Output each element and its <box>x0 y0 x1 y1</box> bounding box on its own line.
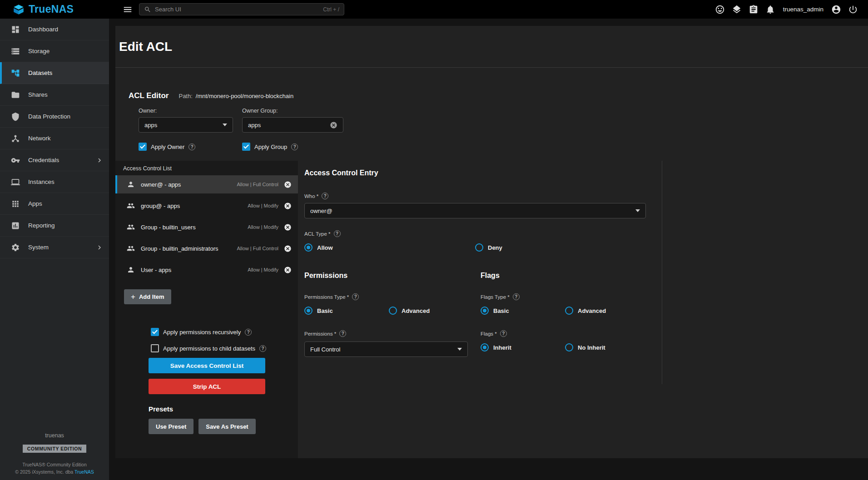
use-preset-button[interactable]: Use Preset <box>149 419 193 434</box>
flags-section: Flags Flags Type * ? Basic <box>480 272 606 357</box>
radio-inherit[interactable]: Inherit <box>481 343 565 351</box>
acl-entry-row[interactable]: owner@ - apps Allow | Full Control <box>115 175 298 193</box>
footer-copyright: © 2025 iXsystems, Inc. dba TrueNAS <box>0 469 109 475</box>
user-menu-button[interactable] <box>831 5 841 15</box>
edit-acl-card: Edit ACL ACL Editor Path: /mnt/monero-po… <box>115 26 868 458</box>
owner-group-field: Owner Group: apps <box>242 108 343 133</box>
who-label-text: Who * <box>304 193 318 199</box>
who-select[interactable]: owner@ <box>304 203 646 218</box>
account-circle-icon <box>831 5 841 15</box>
help-icon[interactable]: ? <box>500 330 507 337</box>
apply-group-checkbox[interactable]: Apply Group ? <box>242 143 298 151</box>
hostname: truenas <box>0 432 109 439</box>
radio-flags-basic[interactable]: Basic <box>481 307 565 315</box>
recursive-checkbox[interactable]: Apply permissions recursively ? <box>151 328 252 336</box>
path-value: /mnt/monero-pool/monero-blockchain <box>196 93 293 99</box>
search-box[interactable]: Ctrl + / <box>139 3 344 15</box>
apply-owner-checkbox[interactable]: Apply Owner ? <box>139 143 242 151</box>
sidebar-item-label: Credentials <box>28 157 59 163</box>
remove-entry-button[interactable] <box>284 202 292 210</box>
sidebar-item-data-protection[interactable]: Data Protection <box>0 106 109 128</box>
radio-permissions-basic[interactable]: Basic <box>304 307 389 315</box>
sidebar-item-network[interactable]: Network <box>0 128 109 149</box>
radio-allow[interactable]: Allow <box>304 243 475 252</box>
remove-entry-button[interactable] <box>284 266 292 274</box>
search-shortcut: Ctrl + / <box>323 6 339 13</box>
power-button[interactable] <box>848 5 858 15</box>
radio-label: Deny <box>488 244 502 251</box>
sidebar-item-reporting[interactable]: Reporting <box>0 215 109 237</box>
path-label: Path: <box>179 93 192 99</box>
radio-no-inherit[interactable]: No Inherit <box>565 343 605 351</box>
owner-value: apps <box>144 122 157 129</box>
sidebar-item-datasets[interactable]: Datasets <box>0 62 109 84</box>
help-icon[interactable]: ? <box>352 293 359 300</box>
owner-row: Owner: apps Owner Group: apps <box>139 108 343 133</box>
acl-entry-row[interactable]: group@ - apps Allow | Modify <box>115 197 298 215</box>
radio-deny[interactable]: Deny <box>475 243 502 252</box>
radio-label: No Inherit <box>578 344 605 351</box>
permissions-section-title: Permissions <box>304 272 347 280</box>
remove-entry-button[interactable] <box>284 223 292 231</box>
help-icon[interactable]: ? <box>513 293 520 300</box>
save-as-preset-button[interactable]: Save As Preset <box>198 419 255 434</box>
feedback-button[interactable] <box>715 5 725 15</box>
help-icon[interactable]: ? <box>188 144 195 150</box>
chevron-down-icon <box>223 124 227 126</box>
apply-row: Apply Owner ? Apply Group ? <box>139 143 298 151</box>
truenas-link[interactable]: TrueNAS <box>74 469 94 475</box>
acl-entry-row[interactable]: Group - builtin_administrators Allow | F… <box>115 239 298 257</box>
remove-entry-button[interactable] <box>284 181 292 188</box>
acl-entry-row[interactable]: Group - builtin_users Allow | Modify <box>115 218 298 236</box>
help-icon[interactable]: ? <box>245 329 252 336</box>
chevron-down-icon <box>457 348 462 351</box>
sidebar-item-apps[interactable]: Apps <box>0 193 109 215</box>
sidebar-item-shares[interactable]: Shares <box>0 84 109 106</box>
sidebar-item-credentials[interactable]: Credentials <box>0 149 109 171</box>
radio-permissions-advanced[interactable]: Advanced <box>389 307 430 315</box>
sidebar-item-label: Shares <box>28 91 48 98</box>
sidebar-item-storage[interactable]: Storage <box>0 40 109 62</box>
help-icon[interactable]: ? <box>291 144 298 150</box>
strip-acl-button[interactable]: Strip ACL <box>149 379 265 394</box>
help-icon[interactable]: ? <box>339 330 346 337</box>
user-icon <box>127 180 135 188</box>
help-icon[interactable]: ? <box>334 230 341 237</box>
cancel-icon <box>284 202 292 210</box>
owner-group-input[interactable]: apps <box>242 117 343 133</box>
presets-title: Presets <box>149 405 173 413</box>
radio-icon <box>481 307 489 315</box>
layers-icon <box>732 5 742 15</box>
owner-select[interactable]: apps <box>139 117 233 133</box>
help-icon[interactable]: ? <box>322 193 328 199</box>
sidebar-item-system[interactable]: System <box>0 237 109 258</box>
truecommand-button[interactable] <box>732 5 742 15</box>
acl-type-label: ACL Type * ? <box>304 230 341 237</box>
search-input[interactable] <box>155 6 319 13</box>
menu-toggle-button[interactable] <box>123 5 133 15</box>
radio-label: Basic <box>317 307 333 314</box>
checkbox-icon <box>139 143 147 151</box>
flags-radio-group: Inherit No Inherit <box>481 343 605 351</box>
cancel-icon <box>284 245 292 252</box>
add-item-button[interactable]: + Add Item <box>124 289 171 304</box>
permissions-select[interactable]: Full Control <box>304 341 468 357</box>
help-icon[interactable]: ? <box>259 345 266 352</box>
permissions-type-label: Permissions Type * ? <box>304 293 359 300</box>
acl-editor-header: ACL Editor Path: /mnt/monero-pool/monero… <box>129 91 293 100</box>
truenas-logo[interactable]: TrueNAS <box>0 3 109 15</box>
remove-entry-button[interactable] <box>284 245 292 252</box>
clear-icon[interactable] <box>330 121 337 129</box>
acl-entry-row[interactable]: User - apps Allow | Modify <box>115 261 298 279</box>
ace-title: Access Control Entry <box>304 169 378 177</box>
sidebar-item-instances[interactable]: Instances <box>0 171 109 193</box>
save-acl-button[interactable]: Save Access Control List <box>149 358 265 373</box>
alerts-button[interactable] <box>765 5 775 15</box>
acl-type-label-text: ACL Type * <box>304 231 331 237</box>
child-datasets-checkbox[interactable]: Apply permissions to child datasets ? <box>151 344 266 352</box>
storage-icon <box>11 47 20 56</box>
jobs-button[interactable] <box>749 5 759 15</box>
radio-flags-advanced[interactable]: Advanced <box>565 307 606 315</box>
sidebar-item-dashboard[interactable]: Dashboard <box>0 19 109 40</box>
truenas-logo-icon <box>13 4 25 15</box>
